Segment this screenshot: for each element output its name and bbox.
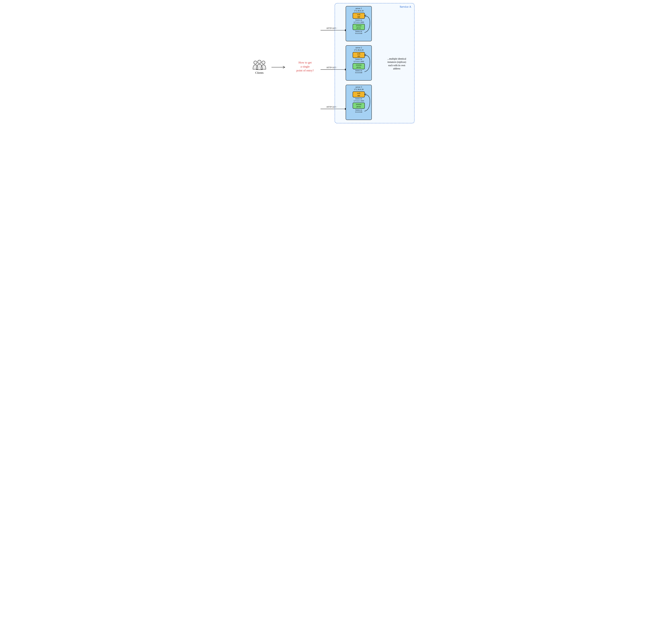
clients-label: Clients xyxy=(251,71,267,74)
arrow-clients-to-question xyxy=(271,66,286,69)
server-1-ip: 172.30.0.10 xyxy=(346,10,372,12)
server-1-head: server 1 172.30.0.10 xyxy=(346,7,372,12)
server-card-1: server 1 172.30.0.10 web app listens on … xyxy=(346,6,372,41)
server-2-head: server 2 172.30.0.20 xyxy=(346,46,372,51)
server-3-ip: 172.30.0.30 xyxy=(346,88,372,91)
server-3-webapp-label: web app xyxy=(353,92,364,97)
question-line-2: a single xyxy=(290,64,320,69)
diagram-canvas: Clients How to get a single point of ent… xyxy=(249,3,423,124)
server-1-webapp-label: web app xyxy=(353,14,364,18)
note-line-2: instances (replicas) xyxy=(380,60,413,63)
server-2-ip: 172.30.0.20 xyxy=(346,49,372,51)
note-line-1: ...multiple identical xyxy=(380,57,413,60)
server-1-proxy-label: reverse proxy xyxy=(353,25,364,29)
clients-icon xyxy=(251,59,267,70)
server-3-proxy-label: reverse proxy xyxy=(353,103,364,108)
service-a-title: Service A xyxy=(400,5,411,9)
server-3-proxy: reverse proxy xyxy=(353,103,365,108)
server-1-proxy: reverse proxy xyxy=(353,24,365,30)
server-3-webapp: web app xyxy=(353,91,365,97)
server-2-proxy-label: reverse proxy xyxy=(353,64,364,68)
server-card-3: server 3 172.30.0.30 web app listens on … xyxy=(346,85,372,120)
server-1-name: server 1 xyxy=(346,7,372,10)
clients-group: Clients xyxy=(251,59,267,74)
service-a-box: Service A ...multiple identical instance… xyxy=(335,3,415,123)
question-text: How to get a single point of entry? xyxy=(290,60,320,72)
server-2-proxy: reverse proxy xyxy=(353,63,365,69)
server-3-head: server 3 172.30.0.30 xyxy=(346,86,372,91)
svg-point-2 xyxy=(258,60,261,63)
service-a-note: ...multiple identical instances (replica… xyxy=(380,57,413,70)
svg-point-0 xyxy=(254,61,257,64)
server-3-name: server 3 xyxy=(346,86,372,88)
note-line-3: each with its own xyxy=(380,64,413,67)
server-card-2: server 2 172.30.0.20 web app listens on … xyxy=(346,45,372,81)
svg-point-1 xyxy=(262,61,265,64)
question-line-1: How to get xyxy=(290,60,320,64)
server-2-webapp-label: web app xyxy=(353,53,364,57)
question-line-3: point of entry? xyxy=(290,69,320,72)
server-1-webapp: web app xyxy=(353,13,365,19)
note-line-4: address xyxy=(380,67,413,70)
server-2-name: server 2 xyxy=(346,46,372,49)
server-2-webapp: web app xyxy=(353,52,365,58)
